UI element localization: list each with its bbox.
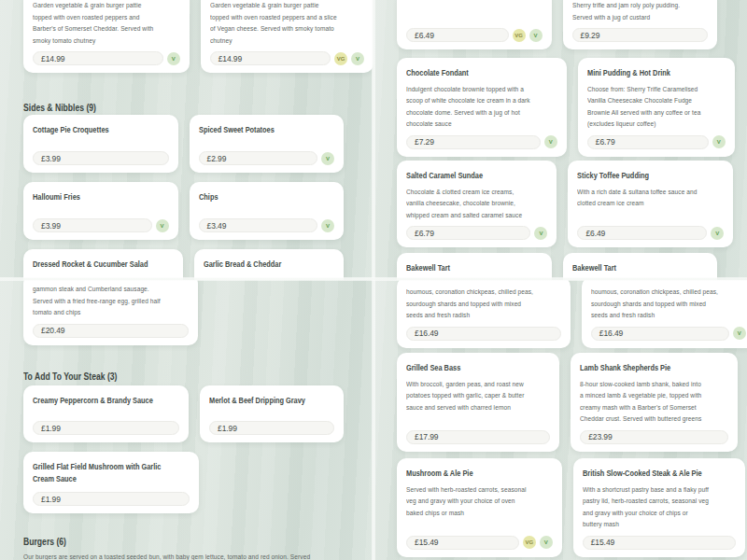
menu-item-description-line: With broccoli, garden peas, and roast ne…: [406, 379, 524, 391]
price-value: £1.99: [218, 424, 237, 433]
menu-card-flat-mushroom[interactable]: Grilled Flat Field Mushroom with GarlicC…: [23, 452, 199, 513]
menu-item-title: Garlic Bread & Cheddar: [204, 259, 311, 271]
price-row: £14.99V: [33, 51, 180, 65]
menu-viewport-bottom-left: gammon steak and Cumberland sausage.Serv…: [0, 280, 374, 560]
menu-card-spiced-sweet-potatoes[interactable]: Spiced Sweet Potatoes£2.99V: [190, 115, 345, 173]
menu-card-gammon-partial[interactable]: gammon steak and Cumberland sausage.Serv…: [23, 280, 198, 345]
menu-item-title: Halloumi Fries: [33, 191, 144, 203]
menu-card-garlic-bread-cheddar[interactable]: Garlic Bread & Cheddar: [194, 249, 344, 280]
price-pill: £15.49: [583, 536, 737, 550]
menu-card-chips[interactable]: Chips£3.49V: [190, 182, 345, 240]
price-pill: £14.99: [210, 51, 331, 65]
menu-item-title: Lamb Shank Shepherds Pie: [580, 362, 701, 374]
menu-card-sherry-trifle-partial[interactable]: Sherry trifle and jam roly poly pudding.…: [563, 0, 718, 49]
menu-item-title: Creamy Peppercorn & Brandy Sauce: [33, 395, 153, 407]
menu-item-description-line: baked chips or mash: [406, 508, 527, 520]
card-row: houmous, coronation chickpeas, chilled p…: [397, 280, 717, 348]
price-pill: £1.99: [33, 421, 179, 435]
card-row: Creamy Peppercorn & Brandy Sauce£1.99Mer…: [23, 385, 344, 442]
menu-item-description-line: Indulgent chocolate brownie topped with …: [406, 84, 530, 96]
menu-card-lamb-shank-shepherds-pie[interactable]: Lamb Shank Shepherds Pie8-hour slow-cook…: [571, 353, 738, 452]
menu-item-description-line: sourdough shards and topped with mixed: [406, 299, 533, 311]
menu-item-title: Mushroom & Ale Pie: [406, 468, 527, 480]
menu-card-bakewell-tart-left[interactable]: Bakewell TartWith vanilla custard or clo…: [397, 253, 552, 280]
price-value: £9.29: [581, 31, 600, 40]
menu-card-vegan-burger[interactable]: Garden vegetable & grain burger pattieto…: [201, 0, 374, 73]
price-pill: £23.99: [580, 430, 728, 444]
menu-item-description-line: creamy mash with a Barber's of Somerset: [580, 402, 701, 414]
menu-card-chocolate-fondant[interactable]: Chocolate FondantIndulgent chocolate bro…: [397, 58, 567, 157]
price-value: £17.99: [415, 432, 438, 441]
price-pill: £1.99: [33, 492, 190, 506]
price-row: £16.49: [406, 327, 561, 341]
price-value: £6.49: [415, 31, 434, 40]
menu-item-description-line: Served with a jug of custard: [572, 12, 684, 24]
menu-card-houmous-partial-right[interactable]: houmous, coronation chickpeas, chilled p…: [582, 280, 747, 348]
menu-card-houmous-partial-left[interactable]: houmous, coronation chickpeas, chilled p…: [397, 280, 571, 348]
menu-card-bakewell-tart-right[interactable]: Bakewell TartWith vanilla custard or clo…: [563, 253, 718, 280]
price-pill: £3.49: [199, 218, 318, 232]
menu-item-description-line: buttery mash: [583, 519, 709, 531]
menu-card-creamy-peppercorn[interactable]: Creamy Peppercorn & Brandy Sauce£1.99: [23, 385, 189, 442]
menu-item-description-line: Chocolate & clotted cream ice creams,: [406, 187, 522, 199]
price-row: £6.49V: [577, 226, 724, 240]
menu-card-mini-pudding-hot-drink[interactable]: Mini Pudding & Hot DrinkChoose from: She…: [578, 58, 735, 157]
menu-item-description-line: gammon steak and Cumberland sausage.: [33, 284, 161, 296]
menu-card-salted-caramel-sundae[interactable]: Salted Caramel SundaeChocolate & clotted…: [397, 161, 557, 247]
section-heading-burgers: Burgers (6): [23, 535, 66, 548]
price-value: £20.49: [41, 326, 64, 335]
menu-item-description-line: clotted cream ice cream: [577, 198, 697, 210]
price-value: £14.99: [218, 54, 242, 63]
menu-card-cottage-pie-croquettes[interactable]: Cottage Pie Croquettes£3.99: [23, 115, 178, 173]
price-value: £7.29: [415, 137, 434, 147]
menu-card-mushroom-ale-pie[interactable]: Mushroom & Ale PieServed with herb-roast…: [397, 458, 562, 557]
price-value: £6.79: [596, 137, 615, 147]
menu-card-dessert-price-only[interactable]: £6.49VGV: [397, 0, 552, 49]
menu-viewport-top-right: £6.49VGVSherry trifle and jam roly poly …: [374, 0, 747, 280]
menu-item-description-line: tomato and chips: [33, 307, 161, 319]
price-row: £20.49: [33, 324, 189, 338]
menu-card-merlot-gravy[interactable]: Merlot & Beef Dripping Gravy£1.99: [200, 385, 344, 442]
menu-item-description-line: houmous, coronation chickpeas, chilled p…: [406, 287, 533, 299]
price-value: £23.99: [588, 432, 612, 441]
price-pill: £7.29: [406, 135, 541, 149]
price-pill: £16.49: [406, 327, 561, 341]
price-row: £6.49VGV: [406, 28, 543, 42]
vegan-badge: VG: [513, 29, 526, 42]
price-value: £2.99: [207, 154, 227, 163]
price-row: £15.49VGV: [406, 536, 553, 550]
price-pill: £3.99: [33, 218, 152, 232]
menu-card-veggie-burger-cheddar[interactable]: Garden vegetable & grain burger pattieto…: [23, 0, 190, 73]
price-value: £6.49: [585, 229, 605, 238]
price-pill: £14.99: [33, 51, 163, 65]
menu-item-title: Grilled Sea Bass: [406, 362, 524, 374]
menu-item-title: Chips: [199, 191, 310, 203]
menu-card-halloumi-fries[interactable]: Halloumi Fries£3.99V: [23, 182, 178, 240]
menu-item-description-line: Barber's of Somerset Cheddar. Served wit…: [33, 23, 153, 35]
menu-item-description-line: scoop of white chocolate ice cream in a …: [406, 95, 530, 107]
menu-card-sticky-toffee-pudding[interactable]: Sticky Toffee PuddingWith a rich date & …: [568, 161, 733, 247]
card-row: Salted Caramel SundaeChocolate & clotted…: [397, 161, 717, 247]
price-pill: £6.79: [406, 226, 530, 240]
card-row: Bakewell TartWith vanilla custard or clo…: [397, 253, 717, 280]
price-row: £3.49V: [199, 218, 335, 232]
menu-card-dressed-rocket-salad[interactable]: Dressed Rocket & Cucumber Salad: [23, 249, 183, 280]
price-pill: £6.49: [406, 28, 509, 42]
menu-card-grilled-sea-bass[interactable]: Grilled Sea BassWith broccoli, garden pe…: [397, 353, 559, 452]
menu-item-description-line: Garden vegetable & grain burger pattie: [33, 0, 153, 12]
menu-card-british-steak-ale-pie[interactable]: British Slow-Cooked Steak & Ale PieWith …: [573, 458, 746, 557]
menu-viewport-bottom-right: houmous, coronation chickpeas, chilled p…: [374, 280, 747, 560]
menu-item-description-line: With a shortcrust pastry base and a flak…: [583, 484, 709, 497]
menu-viewport-top-left: Garden vegetable & grain burger pattieto…: [0, 0, 374, 280]
menu-item-description-line: whipped cream and salted caramel sauce: [406, 210, 522, 222]
cut-card-blank-space: [406, 0, 543, 23]
menu-item-description-line: Served with a fried free-range egg, gril…: [33, 296, 161, 308]
card-row: Garden vegetable & grain burger pattieto…: [23, 0, 344, 73]
menu-item-description-line: topped with oven roasted peppers and a s…: [210, 12, 337, 24]
menu-item-description-line: (excludes liqueur coffee): [587, 119, 700, 131]
menu-item-description-line: sourdough shards and topped with mixed: [591, 299, 718, 311]
menu-item-description-line: potatoes topped with garlic, caper & but…: [406, 390, 524, 402]
menu-item-description-line: pastry lid, herb-roasted carrots, season…: [583, 496, 709, 508]
price-pill: £20.49: [33, 324, 189, 338]
menu-item-description-line: vanilla cheesecake, chocolate brownie,: [406, 198, 522, 210]
